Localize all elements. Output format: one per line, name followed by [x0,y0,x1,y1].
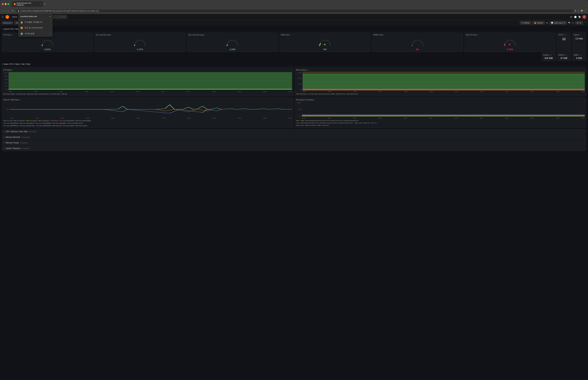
basic-section-header[interactable]: ∨ Basic CPU / Mem / Net / Disk [2,62,586,66]
info-icon[interactable]: ℹ [477,34,478,36]
x-label: 19:25 [263,91,267,92]
bookmark-icon[interactable]: ☆ [577,10,579,12]
settings-gear-icon[interactable]: ⚙ [546,22,548,24]
info-icon[interactable]: ℹ [290,34,290,36]
disk-legend-row2: /var/lib/kubelet/pods/c4f9b7f3-b41c-492d… [296,122,585,124]
dropdown-item-connection[interactable]: 🔒 이 연결은 안전합니다. › [19,19,52,25]
extension-icon[interactable]: 🧩 [580,10,583,12]
add-icon[interactable]: ➕ [570,16,572,18]
info-icon[interactable]: ℹ [12,69,13,71]
grafana-button[interactable]: 🔥 Grafana [532,21,545,24]
y-label: 16 GiB [296,77,302,79]
url-text: zerohertz.ddns.net/grafana/d/rYdddlPWk/n… [20,10,571,12]
user-avatar[interactable]: U [582,15,586,19]
dropdown-item-cookies[interactable]: 🍪 쿠키 및 사이트 데이터 › [19,25,52,31]
x-label: 18:40 [35,117,39,119]
info-icon[interactable]: ℹ [566,54,567,56]
new-tab-button[interactable]: + [43,2,46,6]
collapsible-header-cpu-memory[interactable]: › CPU / Memory / Net / Disk (8 panels) [2,129,586,134]
forward-button[interactable]: → [6,9,10,13]
info-icon[interactable]: ℹ [307,69,308,71]
back-button[interactable]: ← [2,9,5,13]
clock-icon[interactable]: 🕐 [574,16,577,18]
legend-recv-flannel1: recv flannel.1 [38,120,50,121]
section-chevron-icon: ∨ [2,63,3,65]
collapse-icon[interactable]: ⌃ [584,22,586,24]
info-icon[interactable]: ℹ [204,34,205,36]
time-range-selector[interactable]: 🕐 Last 1 hour ▼ [549,21,567,24]
info-icon[interactable]: ℹ [580,34,580,36]
legend-busy-other: Busy Other [50,93,60,95]
section-label: System Timesync [6,147,20,150]
charts-grid: CPU Basic ℹ 100% 80% 60% 40% 20% 0% [2,68,586,128]
info-icon[interactable]: ℹ [566,34,566,36]
cpu-basic-svg [9,72,292,90]
legend-grafana-path: /var/lib/kubelet/pods/0c5eb904-cbd9-4f7f… [301,120,359,121]
stat-title-cpu-count: CPU C... ℹ [558,34,569,36]
dropdown-item-site-settings[interactable]: ⚙️ 사이트 설정 ↗ [19,31,52,37]
collapsible-header-memory-vmstat[interactable]: › Memory Vmstat (4 panels) [2,140,586,145]
collapsible-header-memory-meminfo[interactable]: › Memory Meminfo (15 panels) [2,135,586,139]
x-label: 18:40 [328,91,331,92]
section-collapse-icon: › [4,142,4,144]
feed-icon[interactable]: 📡 [578,16,581,18]
info-icon[interactable]: ℹ [581,54,582,56]
legend-recv-veth322f0596: recv veth322f0596 [3,122,18,124]
gauge-svg-sysload15 [226,37,239,48]
zoom-out-icon[interactable]: 🔍 [568,22,571,24]
y-label: 0% [296,115,301,117]
grafana-topbar: ☰ 🔥 Home 🔍 Search or jump to... cmd+K ➕ … [0,14,588,20]
quick-cpu-section-header[interactable]: ∨ Quick CPU / Mem / Net / Disk [2,27,586,31]
github-button[interactable]: ⎇ GitHub [520,21,531,24]
github-label: GitHub [524,22,530,24]
hamburger-icon[interactable]: ☰ [2,16,3,18]
refresh-button[interactable]: ↻ [11,9,14,13]
legend-trans-cni0: trans cni0 [52,125,62,126]
share-icon[interactable]: ⬆ [575,10,576,12]
info-icon[interactable]: ℹ [314,99,315,101]
y-label: 50% [296,109,301,110]
legend-idle: Idle [61,93,67,95]
gauge-svg-cpu-busy [40,37,55,48]
legend-recv-enp2s0: recv enp2s0 [26,120,37,121]
refresh-icon[interactable]: ↻ [572,22,574,24]
legend-trans-enp2s0: trans enp2s0 [76,125,87,126]
tab-close-icon[interactable]: × [40,3,41,5]
x-label: 19:05 [161,91,165,92]
x-label: 18:45 [59,91,63,92]
gauge-svg-ram [318,37,332,48]
address-bar[interactable]: 🔒 zerohertz.ddns.net/grafana/d/rYdddlPWk… [16,9,573,13]
gauge-container [188,37,277,48]
info-icon[interactable]: ℹ [551,54,551,56]
maximize-button[interactable] [7,3,9,5]
active-tab[interactable]: 🔥 Node Exporter Full - Dashboa... × [12,1,43,7]
info-icon[interactable]: ℹ [111,34,112,36]
x-label: 19:20 [238,117,241,119]
info-icon[interactable]: ℹ [383,34,384,36]
y-label: 80% [3,75,8,77]
dropdown-close-button[interactable]: × [49,15,51,18]
section-chevron-icon: ∨ [2,28,3,30]
collapsible-header-system-timesync[interactable]: › System Timesync (4 panels) [2,146,586,151]
datasource-badge[interactable]: datasource [2,21,13,24]
settings-icon[interactable]: ⋮ [584,10,586,12]
memory-basic-panel: Memory Basic ℹ 24 GiB 16 GiB 8 GiB 0 B [295,68,586,96]
refresh-rate-selector[interactable]: 5s ▼ [575,21,583,24]
network-legend-row1: recv cni0 recv docker0 recv enp2s0 recv … [3,120,292,121]
info-icon[interactable]: ℹ [12,34,12,36]
tab-title: Node Exporter Full - Dashboa... [17,2,39,6]
network-legend-row2: recv veth322f0596 recv veth41a567c2 recv… [3,122,292,124]
x-label: 19:00 [429,117,433,119]
legend-ram-cache: RAM Cache + Buffer [318,93,335,95]
legend-run-user-1000: /run/user/1000 [317,125,329,126]
minimize-button[interactable] [5,3,6,5]
legend-recv-veth91f8fef3: recv veth91f8fef3 [52,122,66,124]
x-label: 19:00 [136,117,140,119]
close-button[interactable] [2,3,4,5]
info-icon[interactable]: ℹ [20,99,20,101]
quick-panels-row: CPU Busy ℹ 2.01% Sys Load (5m avg) [2,33,586,52]
x-label: 18:50 [379,91,382,92]
external-link-icon: ↗ [49,33,51,35]
nav-home[interactable]: Home [11,15,19,19]
gauge-panel-ram: RAM Used ℹ 8% [279,33,371,52]
